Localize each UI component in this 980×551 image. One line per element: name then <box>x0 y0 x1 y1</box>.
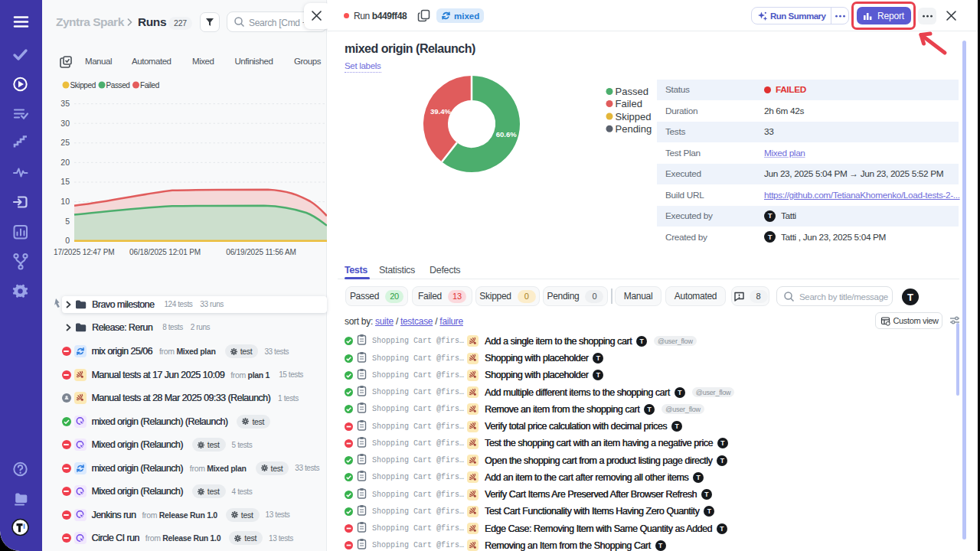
svg-text:39.4%: 39.4% <box>430 107 451 116</box>
svg-text:Failed: Failed <box>616 98 642 109</box>
svg-text:Failed: Failed <box>140 81 159 90</box>
svg-text:Passed: Passed <box>106 81 130 90</box>
svg-text:15: 15 <box>60 177 70 186</box>
svg-text:06/18/2025 12:01 PM: 06/18/2025 12:01 PM <box>129 248 201 256</box>
svg-text:60.6%: 60.6% <box>496 130 517 139</box>
svg-text:25: 25 <box>60 138 70 147</box>
svg-text:0: 0 <box>65 236 70 245</box>
svg-text:06/19/2025 11:56 AM: 06/19/2025 11:56 AM <box>226 248 296 256</box>
svg-text:Skipped: Skipped <box>70 81 96 90</box>
svg-text:30: 30 <box>60 119 70 128</box>
svg-text:35: 35 <box>60 99 70 108</box>
svg-text:Pending: Pending <box>616 123 652 135</box>
svg-text:Skipped: Skipped <box>616 111 652 122</box>
svg-text:5: 5 <box>65 217 70 226</box>
svg-text:10: 10 <box>60 197 70 206</box>
svg-text:Passed: Passed <box>616 86 648 97</box>
svg-text:20: 20 <box>60 158 70 167</box>
svg-text:17/2025 12:47 PM: 17/2025 12:47 PM <box>54 248 114 256</box>
